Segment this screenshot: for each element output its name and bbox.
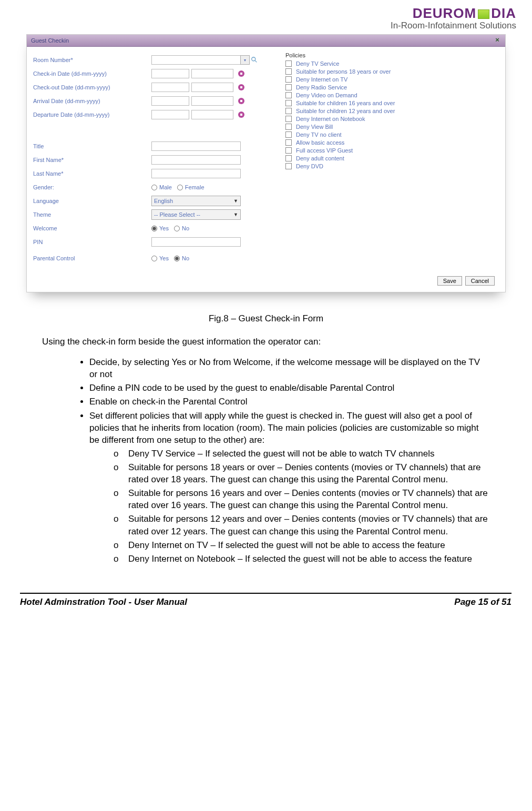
search-icon[interactable]	[251, 56, 258, 64]
bullet-list: Decide, by selecting Yes or No from Welc…	[42, 356, 490, 565]
label-checkout-date: Check-out Date (dd-mm-yyyy)	[33, 84, 151, 90]
policy-checkbox[interactable]	[285, 76, 292, 83]
chevron-down-icon: ▼	[233, 212, 238, 217]
policy-row: Deny Video on Demand	[285, 92, 499, 98]
policy-label: Deny adult content	[296, 155, 344, 161]
welcome-yes-radio[interactable]	[151, 226, 157, 231]
policy-checkbox[interactable]	[285, 131, 292, 138]
parental-yes-label: Yes	[159, 255, 169, 261]
gender-male-radio[interactable]	[151, 185, 157, 190]
label-room-number: Room Number*	[33, 57, 151, 63]
sub-bullet-item: Deny TV Service – If selected the guest …	[114, 448, 490, 460]
policy-checkbox[interactable]	[285, 139, 292, 146]
form-titlebar: Guest Checkin ×	[27, 35, 505, 47]
sub-bullet-item: Suitable for persons 12 years and over –…	[114, 513, 490, 537]
label-language: Language	[33, 198, 151, 204]
policy-checkbox[interactable]	[285, 68, 292, 75]
sub-bullet-item: Suitable for persons 18 years or over – …	[114, 461, 490, 485]
label-first-name: First Name*	[33, 157, 151, 163]
policy-label: Deny Radio Service	[296, 84, 347, 90]
close-icon[interactable]: ×	[494, 37, 501, 44]
policy-checkbox[interactable]	[285, 147, 292, 154]
policy-label: Deny TV no client	[296, 131, 342, 138]
parental-no-label: No	[182, 255, 189, 261]
svg-point-0	[252, 57, 255, 61]
sub-bullet-item: Suitable for persons 16 years and over –…	[114, 487, 490, 511]
arrival-date-input-2[interactable]	[191, 96, 233, 106]
policy-row: Deny DVD	[285, 163, 499, 169]
policy-row: Deny TV no client	[285, 131, 499, 138]
policy-checkbox[interactable]	[285, 84, 292, 90]
policy-label: Deny DVD	[296, 163, 323, 169]
save-button[interactable]: Save	[437, 276, 462, 286]
parental-yes-radio[interactable]	[151, 256, 157, 261]
policy-row: Suitable for persons 18 years or over	[285, 68, 499, 75]
policy-checkbox[interactable]	[285, 92, 292, 98]
policy-row: Deny Internet on Notebook	[285, 116, 499, 122]
room-dropdown-icon[interactable]: ▾	[240, 55, 250, 65]
svg-line-1	[255, 60, 257, 63]
pin-input[interactable]	[151, 237, 241, 247]
policy-label: Full access VIP Guest	[296, 147, 353, 154]
policy-checkbox[interactable]	[285, 155, 292, 161]
bullet-item: Define a PIN code to be used by the gues…	[89, 382, 490, 394]
first-name-input[interactable]	[151, 155, 241, 165]
policy-checkbox[interactable]	[285, 124, 292, 130]
policy-label: Suitable for persons 18 years or over	[296, 68, 391, 75]
language-select[interactable]: English▼	[151, 196, 241, 206]
label-gender: Gender:	[33, 184, 151, 190]
policy-checkbox[interactable]	[285, 116, 292, 122]
policy-checkbox[interactable]	[285, 60, 292, 67]
calendar-icon[interactable]	[237, 96, 246, 106]
label-checkin-date: Check-in Date (dd-mm-yyyy)	[33, 70, 151, 77]
room-number-input[interactable]	[151, 55, 241, 65]
policy-row: Deny TV Service	[285, 60, 499, 67]
welcome-yes-label: Yes	[159, 225, 169, 231]
parental-no-radio[interactable]	[174, 256, 180, 261]
title-input[interactable]	[151, 141, 241, 151]
language-value: English	[154, 198, 173, 204]
policy-label: Suitable for children 12 years and over	[296, 108, 395, 114]
label-welcome: Welcome	[33, 225, 151, 231]
bullet-item: Set different policies that will apply w…	[89, 410, 490, 565]
cancel-button[interactable]: Cancel	[465, 276, 495, 286]
gender-female-label: Female	[185, 184, 204, 190]
policy-checkbox[interactable]	[285, 163, 292, 169]
calendar-icon[interactable]	[237, 69, 246, 78]
welcome-no-radio[interactable]	[174, 226, 180, 231]
theme-select[interactable]: -- Please Select --▼	[151, 209, 241, 220]
policies-column: Policies Deny TV ServiceSuitable for per…	[285, 52, 499, 269]
checkout-date-input-1[interactable]	[151, 83, 189, 92]
footer-right: Page 15 of 51	[454, 597, 511, 607]
arrival-date-input-1[interactable]	[151, 96, 189, 106]
departure-date-input-1[interactable]	[151, 110, 189, 119]
label-title: Title	[33, 143, 151, 149]
departure-date-input-2[interactable]	[191, 110, 233, 119]
bullet-item: Decide, by selecting Yes or No from Welc…	[89, 356, 490, 380]
checkin-date-input-1[interactable]	[151, 69, 189, 78]
brand-tagline: In-Room-Infotainment Solutions	[26, 21, 516, 31]
figure-caption: Fig.8 – Guest Check-in Form	[26, 313, 506, 324]
policies-heading: Policies	[285, 52, 499, 58]
brand-logo: DEUROM DIA	[413, 5, 516, 22]
footer-left: Hotel Adminstration Tool - User Manual	[20, 597, 187, 607]
label-pin: PIN	[33, 239, 151, 245]
policy-row: Allow basic access	[285, 139, 499, 146]
sub-bullet-item: Deny Internet on TV – If selected the gu…	[114, 539, 490, 551]
policy-row: Full access VIP Guest	[285, 147, 499, 154]
label-parental-control: Parental Control	[33, 255, 151, 261]
sub-bullet-item: Deny Internet on Notebook – If selected …	[114, 553, 490, 565]
calendar-icon[interactable]	[237, 83, 246, 92]
gender-female-radio[interactable]	[177, 185, 183, 190]
checkout-date-input-2[interactable]	[191, 83, 233, 92]
policy-label: Deny Internet on Notebook	[296, 116, 365, 122]
last-name-input[interactable]	[151, 169, 241, 178]
calendar-icon[interactable]	[237, 110, 246, 119]
bullet-item: Enable on check-in the Parental Control	[89, 396, 490, 408]
welcome-no-label: No	[182, 225, 189, 231]
checkin-date-input-2[interactable]	[191, 69, 233, 78]
policy-checkbox[interactable]	[285, 108, 292, 114]
policy-row: Suitable for children 16 years and over	[285, 100, 499, 106]
policy-checkbox[interactable]	[285, 100, 292, 106]
form-button-bar: Save Cancel	[27, 272, 505, 292]
